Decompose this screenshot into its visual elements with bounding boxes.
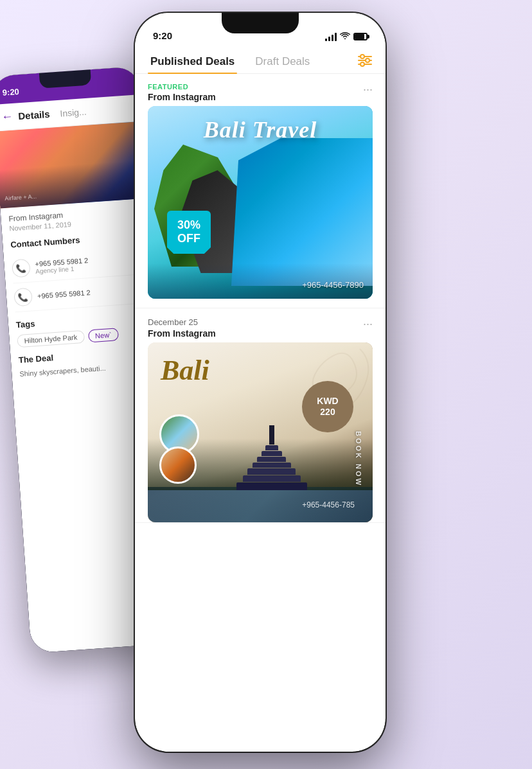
deal-card-2: December 25 From Instagram ··· <box>135 308 386 523</box>
deal-2-image: Bali <box>148 342 373 522</box>
tags-row: Hilton Hyde Park New` <box>17 326 150 348</box>
status-icons <box>325 31 368 41</box>
circle-photo-2 <box>159 446 197 484</box>
tab-bar: Published Deals Draft Deals <box>135 45 386 74</box>
discount-badge: 30% OFF <box>167 211 211 254</box>
tag-new: New` <box>87 328 119 342</box>
deals-scroll: FEATURED From Instagram ··· <box>135 74 386 523</box>
deal-1-source: From Instagram <box>148 92 216 102</box>
deal-1-labels: FEATURED From Instagram <box>148 83 216 102</box>
deal-2-source: From Instagram <box>148 328 216 339</box>
phone-icon-1: 📞 <box>12 259 31 278</box>
deal-1-more-button[interactable]: ··· <box>363 83 373 96</box>
bali2-background: Bali <box>148 342 373 522</box>
detail-hero-image: Airfare + A... <box>0 121 148 209</box>
temple-structure <box>236 425 307 490</box>
battery-fill <box>355 34 364 39</box>
kwd-badge: KWD 220 <box>302 381 353 432</box>
signal-icon <box>325 32 337 41</box>
details-title: Details <box>18 109 50 121</box>
front-phone-time: 9:20 <box>153 30 172 41</box>
deal-2-labels: December 25 From Instagram <box>148 317 216 339</box>
book-now-text: BOOK NOW <box>355 431 362 487</box>
svg-point-5 <box>360 62 364 66</box>
bali-travel-title: Bali Travel <box>148 116 373 143</box>
back-phone-time: 9:20 <box>2 87 19 98</box>
discount-percent: 30% <box>177 218 200 231</box>
kwd-label: KWD <box>317 396 338 407</box>
deal-1-phone-overlay: +965-4456-7890 <box>302 280 364 290</box>
bali-travel-background: Bali Travel 30% OFF +965-4456-7890 <box>148 106 373 299</box>
deal-card-2-meta: December 25 From Instagram ··· <box>148 317 373 339</box>
front-phone-notch <box>222 13 299 33</box>
front-phone-screen: 9:20 <box>135 13 386 752</box>
insights-tab[interactable]: Insig... <box>60 106 87 118</box>
deal-2-phone-overlay: +965-4456-785 <box>302 500 355 509</box>
phone-icon-2: 📞 <box>13 287 33 306</box>
bali2-title: Bali <box>161 357 209 385</box>
contact-num-2: +965 955 5981 2 <box>37 288 91 300</box>
battery-icon <box>353 33 368 40</box>
wifi-icon <box>340 31 350 41</box>
tab-draft-deals[interactable]: Draft Deals <box>253 50 312 73</box>
svg-point-3 <box>360 55 364 58</box>
deal-1-image: Bali Travel 30% OFF +965-4456-7890 <box>148 106 373 299</box>
deal-2-more-button[interactable]: ··· <box>363 317 373 331</box>
kwd-amount: 220 <box>320 407 335 418</box>
svg-point-4 <box>366 58 369 62</box>
tag-hilton: Hilton Hyde Park <box>17 330 85 348</box>
circle-photos <box>159 414 199 484</box>
discount-off: OFF <box>177 232 200 245</box>
filter-icon[interactable] <box>357 53 373 71</box>
deal-card-1-meta: FEATURED From Instagram ··· <box>148 83 373 102</box>
tab-published-deals[interactable]: Published Deals <box>148 50 237 73</box>
deal-card-1: FEATURED From Instagram ··· <box>135 74 386 308</box>
front-phone: 9:20 <box>135 13 386 752</box>
back-arrow-icon[interactable]: ← <box>1 110 13 124</box>
deal-2-date: December 25 <box>148 317 216 327</box>
featured-badge: FEATURED <box>148 83 216 91</box>
